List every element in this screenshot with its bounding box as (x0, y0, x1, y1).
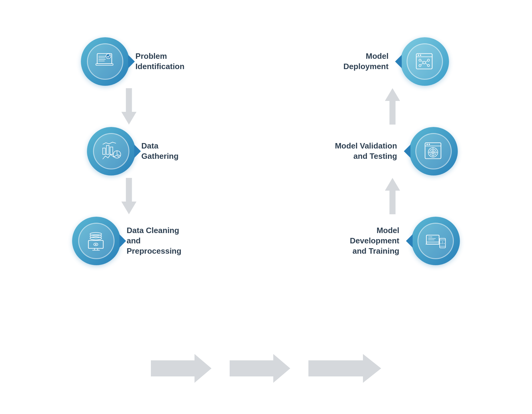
bottom-arrows-row (54, 354, 478, 383)
circle-data-gathering (87, 127, 135, 175)
svg-point-59 (442, 243, 443, 244)
step-problem-identification: Problem Identification (81, 37, 185, 86)
circle-inner-gathering (93, 133, 129, 169)
svg-point-26 (423, 61, 426, 64)
up-arrow-2 (385, 178, 400, 214)
svg-point-30 (427, 65, 430, 67)
svg-point-29 (419, 65, 421, 67)
down-arrow-2 (121, 178, 137, 214)
step-cleaning-label: Data Cleaning and Preprocessing (127, 225, 193, 256)
flow-layout: Problem Identification (54, 25, 478, 389)
svg-point-37 (426, 144, 427, 145)
svg-rect-7 (103, 148, 105, 155)
svg-line-12 (117, 155, 120, 156)
svg-point-25 (420, 55, 421, 56)
left-column: Problem Identification (72, 37, 193, 265)
circle-deployment (401, 37, 449, 86)
laptop-check-icon (95, 51, 116, 72)
step-validation-label: Model Validation and Testing (335, 141, 397, 162)
circle-inner-cleaning (78, 223, 115, 259)
circle-inner-deployment (407, 43, 443, 80)
svg-point-19 (90, 232, 102, 236)
devices-screen-icon (425, 230, 446, 252)
svg-point-57 (442, 242, 443, 242)
svg-point-58 (441, 243, 441, 244)
step-data-cleaning: Data Cleaning and Preprocessing (72, 217, 193, 265)
h-arrow-3 (308, 354, 381, 383)
svg-point-60 (444, 243, 445, 244)
svg-line-32 (426, 61, 427, 62)
circle-data-cleaning (72, 217, 121, 265)
down-arrow-1 (121, 88, 137, 125)
svg-point-27 (419, 59, 421, 61)
svg-line-33 (421, 63, 423, 65)
svg-line-34 (426, 63, 427, 65)
svg-point-28 (427, 59, 430, 61)
step-model-development: Model Development and Training (333, 217, 460, 265)
step-data-gathering: Data Gathering (87, 127, 179, 175)
svg-point-51 (431, 237, 432, 238)
radar-screen-icon (423, 141, 444, 162)
svg-line-31 (421, 61, 423, 62)
circle-development (411, 217, 460, 265)
circle-validation (409, 127, 458, 175)
circle-inner-validation (415, 133, 452, 169)
h-arrow-2 (230, 354, 290, 383)
right-column: Model Deployment (333, 37, 460, 265)
svg-point-21 (95, 244, 96, 245)
step-deployment-label: Model Deployment (344, 51, 389, 72)
network-nodes-icon (414, 51, 435, 72)
circle-problem (81, 37, 129, 86)
svg-point-50 (430, 237, 431, 238)
svg-rect-1 (96, 64, 113, 65)
svg-point-49 (429, 237, 430, 238)
circle-inner-development (417, 223, 454, 259)
svg-rect-46 (426, 235, 439, 244)
h-arrow-1 (151, 354, 211, 383)
step-problem-label: Problem Identification (135, 51, 185, 72)
step-model-deployment: Model Deployment (344, 37, 449, 86)
circle-inner-problem (87, 43, 123, 80)
step-gathering-label: Data Gathering (141, 141, 179, 162)
step-model-validation: Model Validation and Testing (335, 127, 457, 175)
svg-point-6 (106, 54, 111, 59)
svg-point-24 (418, 55, 419, 56)
svg-rect-8 (106, 145, 109, 155)
up-arrow-1 (385, 88, 400, 125)
svg-rect-9 (110, 147, 113, 155)
step-development-label: Model Development and Training (333, 225, 399, 256)
chart-data-icon (101, 141, 122, 162)
diagram-container: Problem Identification (0, 0, 532, 414)
layers-screen-icon (86, 230, 107, 252)
svg-point-38 (428, 144, 430, 145)
